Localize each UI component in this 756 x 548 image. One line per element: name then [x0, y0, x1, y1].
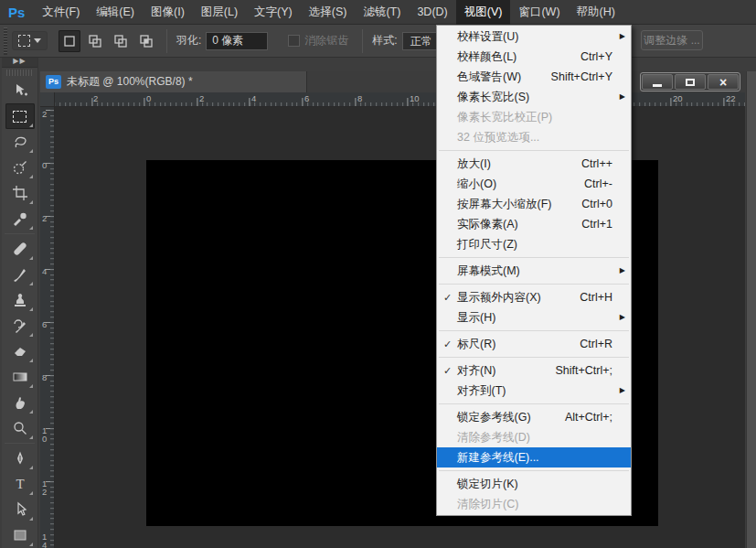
menu-item-lock-slices[interactable]: 锁定切片(K): [437, 474, 631, 494]
menubar-item-view[interactable]: 视图(V): [456, 0, 511, 25]
intersect-selection-button[interactable]: [135, 30, 157, 52]
refine-edge-button[interactable]: 调整边缘 ...: [641, 30, 703, 50]
menu-item-snap-to[interactable]: 对齐到(T) ▶: [437, 381, 631, 401]
menubar-item-filter[interactable]: 滤镜(T): [355, 0, 409, 25]
menubar-item-edit[interactable]: 编辑(E): [88, 0, 143, 25]
tool-preset-button[interactable]: [12, 31, 48, 50]
type-tool[interactable]: T: [5, 471, 35, 497]
clone-stamp-tool[interactable]: [5, 287, 35, 313]
antialias-checkbox[interactable]: [288, 35, 300, 47]
toolbox-separator: [5, 233, 35, 234]
menu-item-zoom-out[interactable]: 缩小(O) Ctrl+-: [437, 174, 631, 194]
ruler-number: 10: [42, 426, 49, 443]
maximize-button[interactable]: [675, 74, 706, 90]
intersect-selection-icon: [139, 34, 154, 48]
options-bar-grip[interactable]: [2, 27, 8, 55]
add-to-selection-button[interactable]: [84, 30, 106, 52]
horizontal-ruler[interactable]: 2 0 2 4 6 8 10 12 14 16 18 20 22: [55, 92, 745, 107]
vertical-ruler[interactable]: 2 0 2 4 6 8 10 12 14: [40, 107, 55, 548]
path-selection-tool[interactable]: [5, 497, 35, 522]
crop-tool[interactable]: [5, 180, 35, 206]
document-tab[interactable]: Ps 未标题 @ 100%(RGB/8) *: [40, 71, 307, 92]
ruler-number: 8: [357, 93, 362, 103]
subtract-from-selection-button[interactable]: [110, 30, 132, 52]
svg-text:T: T: [16, 477, 24, 491]
type-icon: T: [12, 476, 28, 492]
menu-item-snap[interactable]: ✓ 对齐(N) Shift+Ctrl+;: [437, 360, 631, 381]
menu-item-show[interactable]: 显示(H) ▶: [437, 307, 631, 328]
rectangle-tool[interactable]: [5, 522, 35, 548]
lasso-tool[interactable]: [5, 129, 35, 155]
checkmark-icon: ✓: [443, 338, 457, 350]
toolbox-grip[interactable]: [6, 70, 33, 76]
menu-item-fit-on-screen[interactable]: 按屏幕大小缩放(F) Ctrl+0: [437, 194, 631, 214]
toolbox-panel: ▶▶ T: [2, 55, 38, 548]
ruler-number: 2: [42, 214, 49, 222]
move-tool[interactable]: [5, 78, 35, 103]
toolbox-separator: [5, 443, 35, 444]
history-brush-tool[interactable]: [5, 313, 35, 338]
menubar-item-3d[interactable]: 3D(D): [409, 0, 455, 25]
menu-item-show-extras[interactable]: ✓ 显示额外内容(X) Ctrl+H: [437, 287, 631, 307]
menubar-item-layer[interactable]: 图层(L): [193, 0, 246, 25]
close-button[interactable]: ×: [708, 74, 739, 90]
menu-item-zoom-in[interactable]: 放大(I) Ctrl++: [437, 154, 631, 174]
ruler-number: 10: [410, 93, 420, 103]
dodge-tool[interactable]: [5, 415, 35, 441]
brush-icon: [12, 266, 28, 283]
ruler-number: 20: [673, 93, 683, 103]
menu-item-actual-pixels[interactable]: 实际像素(A) Ctrl+1: [437, 214, 631, 234]
feather-input[interactable]: [206, 32, 268, 50]
antialias-label: 消除锯齿: [304, 33, 348, 48]
menu-item-clear-slices: 清除切片(C): [437, 494, 631, 514]
subtract-from-selection-icon: [113, 34, 128, 48]
selection-mode-group: [59, 30, 157, 52]
menu-item-proof-colors[interactable]: 校样颜色(L) Ctrl+Y: [437, 47, 631, 67]
menu-item-rulers[interactable]: ✓ 标尺(R) Ctrl+R: [437, 334, 631, 354]
ruler-number: 2: [42, 110, 49, 118]
submenu-arrow-icon: ▶: [620, 92, 625, 101]
new-selection-button[interactable]: [59, 30, 80, 52]
dodge-icon: [12, 420, 28, 436]
marquee-tool-icon: [18, 35, 30, 47]
path-selection-icon: [12, 501, 28, 518]
menubar-item-type[interactable]: 文字(Y): [246, 0, 301, 25]
gradient-tool[interactable]: [5, 364, 35, 390]
ruler-number: 0: [42, 161, 49, 169]
window-controls: ×: [640, 72, 740, 91]
minimize-button[interactable]: [642, 74, 673, 90]
eraser-tool[interactable]: [5, 338, 35, 364]
rectangular-marquee-tool[interactable]: [5, 103, 35, 129]
menu-item-gamut-warning[interactable]: 色域警告(W) Shift+Ctrl+Y: [437, 67, 631, 87]
options-separator: [166, 29, 167, 53]
menubar-item-file[interactable]: 文件(F): [34, 0, 88, 25]
menu-item-new-guide[interactable]: 新建参考线(E)...: [437, 447, 631, 467]
quick-selection-tool[interactable]: [5, 155, 35, 180]
clone-stamp-icon: [12, 292, 28, 308]
menubar-item-image[interactable]: 图像(I): [143, 0, 193, 25]
ruler-origin-corner[interactable]: [40, 92, 55, 107]
menu-item-proof-setup[interactable]: 校样设置(U) ▶: [437, 27, 631, 47]
menu-item-32bit-preview-options: 32 位预览选项...: [437, 127, 631, 147]
submenu-arrow-icon: ▶: [620, 313, 625, 321]
eyedropper-icon: [12, 210, 28, 227]
feather-label: 羽化:: [176, 33, 201, 48]
pen-tool[interactable]: [5, 446, 35, 471]
smudge-tool[interactable]: [5, 390, 35, 415]
menu-item-screen-mode[interactable]: 屏幕模式(M) ▶: [437, 261, 631, 281]
menubar-item-window[interactable]: 窗口(W): [510, 0, 568, 25]
document-title: 未标题 @ 100%(RGB/8) *: [67, 74, 193, 90]
menu-item-print-size[interactable]: 打印尺寸(Z): [437, 234, 631, 254]
brush-tool[interactable]: [5, 262, 35, 287]
history-brush-icon: [12, 317, 28, 334]
close-icon: ×: [719, 76, 727, 89]
spot-healing-brush-tool[interactable]: [5, 236, 35, 262]
eyedropper-tool[interactable]: [5, 206, 35, 231]
menubar-item-help[interactable]: 帮助(H): [569, 0, 623, 25]
submenu-arrow-icon: ▶: [620, 266, 625, 274]
photoshop-logo: Ps: [0, 5, 34, 20]
chevron-down-icon: [34, 38, 41, 43]
menu-item-pixel-aspect-ratio[interactable]: 像素长宽比(S) ▶: [437, 87, 631, 107]
menu-item-lock-guides[interactable]: 锁定参考线(G) Alt+Ctrl+;: [437, 407, 631, 427]
menubar-item-select[interactable]: 选择(S): [301, 0, 356, 25]
